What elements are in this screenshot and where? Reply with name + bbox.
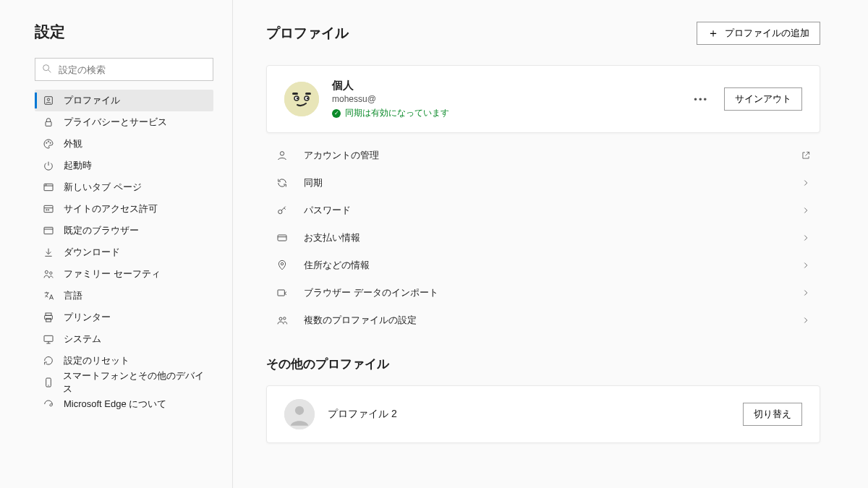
sync-status: ✓ 同期は有効になっています [332, 107, 694, 119]
sidebar-item-profile[interactable]: プロファイル [35, 90, 213, 111]
nav-label: 外観 [64, 137, 82, 150]
nav-label: サイトのアクセス許可 [64, 202, 158, 215]
option-sync[interactable]: 同期 [266, 169, 820, 197]
newtab-icon [42, 181, 55, 194]
other-profiles-title: その他のプロファイル [266, 356, 820, 372]
svg-rect-8 [44, 184, 53, 190]
svg-point-18 [45, 270, 48, 273]
family-icon [42, 267, 55, 281]
nav-label: 言語 [64, 289, 82, 302]
sidebar-item-appearance[interactable]: 外観 [35, 133, 213, 155]
sync-status-label: 同期は有効になっています [345, 107, 449, 119]
sidebar-item-family[interactable]: ファミリー セーフティ [35, 263, 213, 285]
phone-icon [42, 376, 54, 389]
card-icon [275, 231, 289, 245]
sidebar-item-system[interactable]: システム [35, 328, 213, 350]
profile-name: 個人 [332, 79, 694, 93]
svg-point-34 [297, 98, 298, 99]
profile-card: 個人 mohessu@ ✓ 同期は有効になっています ••• サインアウト [266, 65, 820, 133]
option-passwords[interactable]: パスワード [266, 197, 820, 224]
nav-label: プリンター [64, 311, 111, 324]
svg-rect-21 [46, 313, 51, 315]
svg-point-3 [47, 98, 49, 100]
option-label: お支払い情報 [304, 231, 800, 244]
nav-label: スマートフォンとその他のデバイス [63, 369, 206, 395]
check-icon: ✓ [332, 109, 341, 118]
nav-label: 新しいタブ ページ [64, 181, 142, 194]
svg-point-36 [280, 152, 284, 155]
option-label: 同期 [304, 176, 800, 189]
option-payment[interactable]: お支払い情報 [266, 224, 820, 252]
chevron-right-icon [800, 205, 812, 216]
edge-icon [42, 398, 55, 411]
location-icon [275, 258, 289, 273]
nav-label: プロファイル [64, 94, 120, 107]
sidebar-item-default-browser[interactable]: 既定のブラウザー [35, 220, 213, 241]
svg-point-7 [50, 142, 51, 143]
other-profile-name: プロファイル 2 [328, 408, 743, 421]
avatar [284, 399, 315, 429]
sidebar-item-privacy[interactable]: プライバシーとサービス [35, 111, 213, 133]
main-header: プロファイル ＋ プロファイルの追加 [266, 22, 820, 45]
sidebar-item-phone[interactable]: スマートフォンとその他のデバイス [35, 372, 213, 393]
option-import[interactable]: ブラウザー データのインポート [266, 279, 820, 307]
main-content: プロファイル ＋ プロファイルの追加 個人 mohessu@ ✓ 同期 [233, 0, 868, 488]
svg-point-6 [48, 141, 48, 142]
sidebar-item-language[interactable]: 言語 [35, 285, 213, 307]
svg-point-43 [284, 317, 286, 320]
option-multi-profile[interactable]: 複数のプロファイルの設定 [266, 307, 820, 334]
add-profile-label: プロファイルの追加 [725, 27, 809, 40]
sidebar-item-permissions[interactable]: サイトのアクセス許可 [35, 198, 213, 220]
sync-icon [275, 176, 289, 190]
option-addresses[interactable]: 住所などの情報 [266, 252, 820, 279]
language-icon [42, 289, 55, 302]
chevron-right-icon [800, 260, 812, 271]
more-button[interactable]: ••• [694, 94, 708, 105]
nav-label: 既定のブラウザー [64, 224, 139, 237]
chevron-right-icon [800, 314, 812, 326]
search-icon [41, 63, 53, 77]
search-field[interactable] [59, 64, 207, 75]
nav-label: システム [64, 333, 101, 346]
option-manage-account[interactable]: アカウントの管理 [266, 142, 820, 169]
svg-point-19 [50, 272, 52, 274]
svg-rect-41 [278, 290, 284, 296]
people-icon [275, 313, 289, 328]
profile-info: 個人 mohessu@ ✓ 同期は有効になっています [332, 79, 694, 119]
browser-icon [42, 224, 55, 237]
chevron-right-icon [800, 232, 812, 244]
signout-button[interactable]: サインアウト [724, 87, 802, 111]
switch-profile-button[interactable]: 切り替え [743, 403, 802, 426]
option-label: ブラウザー データのインポート [304, 286, 800, 299]
nav-list: プロファイル プライバシーとサービス 外観 起動時 新しいタブ ページ サイトの… [35, 90, 213, 415]
sidebar: 設定 プロファイル プライバシーとサービス 外観 起動時 新しいタブ ページ [0, 0, 233, 488]
person-icon [275, 148, 289, 163]
svg-point-37 [278, 210, 282, 213]
sidebar-item-about[interactable]: Microsoft Edge について [35, 393, 213, 415]
sidebar-item-reset[interactable]: 設定のリセット [35, 350, 213, 372]
profile-options: アカウントの管理 同期 パスワード お支払い情報 住所などの情報 ブラウザー デ… [266, 142, 820, 334]
sidebar-item-newtab[interactable]: 新しいタブ ページ [35, 176, 213, 198]
sidebar-item-downloads[interactable]: ダウンロード [35, 241, 213, 263]
add-profile-button[interactable]: ＋ プロファイルの追加 [697, 22, 820, 45]
svg-rect-24 [44, 335, 53, 341]
svg-point-40 [281, 262, 283, 265]
option-label: パスワード [304, 204, 800, 217]
chevron-right-icon [800, 287, 812, 299]
svg-rect-11 [44, 205, 53, 212]
permissions-icon [42, 202, 55, 215]
nav-label: プライバシーとサービス [64, 116, 167, 129]
sidebar-item-startup[interactable]: 起動時 [35, 155, 213, 176]
download-icon [42, 246, 55, 259]
printer-icon [42, 311, 55, 324]
search-input[interactable] [35, 58, 213, 81]
avatar [284, 82, 319, 116]
key-icon [275, 203, 289, 218]
palette-icon [42, 137, 55, 150]
profile-icon [42, 94, 55, 107]
page-title: 設定 [35, 22, 213, 42]
sidebar-item-printer[interactable]: プリンター [35, 307, 213, 328]
nav-label: ダウンロード [64, 246, 120, 259]
profile-actions: ••• サインアウト [694, 87, 802, 111]
svg-rect-4 [46, 121, 51, 126]
